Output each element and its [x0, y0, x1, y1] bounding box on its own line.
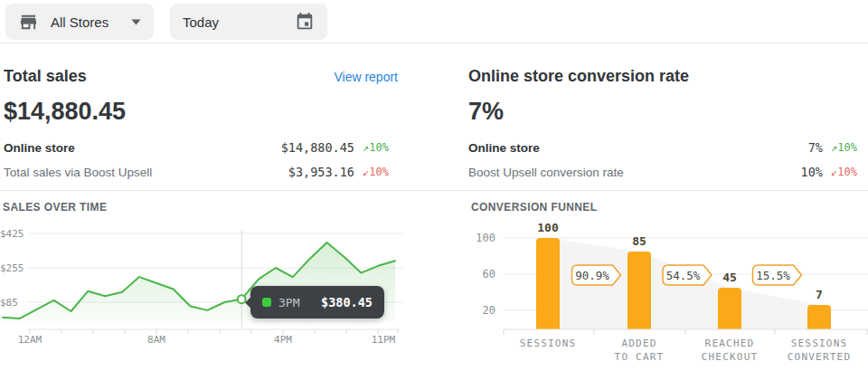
category-label: CONVERTED	[788, 351, 851, 363]
tooltip-time: 3PM	[278, 296, 299, 309]
funnel-bar[interactable]	[807, 305, 831, 329]
sales-line-chart[interactable]: $85$255$42512AM8AM4PM11PM 3PM $380.45	[0, 223, 402, 349]
category-label: TO CART	[615, 351, 665, 363]
funnel-bar[interactable]	[536, 238, 560, 329]
delta-value: 10%	[837, 166, 857, 178]
metric-delta-badge: ↗10%	[354, 141, 398, 154]
calendar-icon	[295, 12, 315, 32]
funnel-bar[interactable]	[627, 252, 651, 329]
view-report-link[interactable]: View report	[334, 70, 398, 84]
conversion-badge-label: 90.9%	[575, 269, 609, 282]
tooltip-series-swatch	[262, 298, 271, 307]
conversion-rate-value: 7%	[468, 96, 868, 127]
y-axis-label: $255	[0, 262, 24, 274]
delta-value: 10%	[837, 141, 857, 154]
y-axis-label: $85	[0, 297, 18, 309]
metric-row-online-store: Online store $14,880.45 ↗10%	[4, 138, 398, 157]
metric-delta-badge: ↙10%	[354, 166, 398, 178]
chart-tooltip: 3PM $380.45	[250, 286, 384, 319]
top-filter-bar: All Stores Today	[0, 0, 868, 43]
category-label: SESSIONS	[791, 338, 848, 349]
total-sales-title: Total sales	[4, 67, 87, 86]
category-label: ADDED	[621, 338, 656, 349]
tooltip-value: $380.45	[321, 295, 373, 309]
store-filter-label: All Stores	[51, 14, 108, 30]
conversion-badge-label: 15.5%	[756, 269, 790, 282]
metric-row-boost-rate: Boost Upsell conversion rate 10% ↙10%	[468, 162, 866, 182]
x-axis-label: 4PM	[274, 334, 292, 346]
bar-value-label: 85	[632, 234, 646, 248]
sales-over-time-heading: SALES OVER TIME	[3, 202, 418, 213]
date-filter-label: Today	[183, 14, 219, 30]
x-axis-label: 12AM	[18, 334, 42, 346]
conversion-funnel-chart[interactable]: 20601001008545790.9%54.5%15.5%SESSIONSAD…	[468, 223, 868, 367]
store-icon	[18, 12, 39, 33]
category-label: REACHED	[705, 338, 755, 349]
y-axis-label: 60	[483, 268, 495, 281]
total-sales-value: $14,880.45	[4, 96, 418, 127]
conversion-funnel-section: CONVERSION FUNNEL 20601001008545790.9%54…	[418, 191, 868, 367]
bar-value-label: 7	[816, 288, 823, 301]
metric-label: Online store	[4, 141, 75, 155]
category-label: SESSIONS	[520, 338, 577, 349]
bar-value-label: 45	[722, 271, 737, 284]
date-filter-button[interactable]: Today	[170, 4, 327, 40]
store-filter-button[interactable]: All Stores	[5, 4, 154, 40]
metric-row-boost-upsell: Total sales via Boost Upsell $3,953.16 ↙…	[4, 162, 398, 182]
metric-delta-badge: ↗10%	[823, 141, 866, 154]
y-axis-label: $425	[0, 228, 24, 240]
metric-label: Online store	[468, 141, 540, 155]
conversion-rate-title: Online store conversion rate	[468, 67, 689, 86]
sales-over-time-section: SALES OVER TIME $85$255$42512AM8AM4PM11P…	[0, 191, 418, 367]
x-axis-label: 11PM	[372, 334, 396, 346]
delta-value: 10%	[369, 141, 389, 154]
funnel-chart-canvas: 20601001008545790.9%54.5%15.5%SESSIONSAD…	[468, 223, 868, 367]
metric-row-online-store-rate: Online store 7% ↗10%	[468, 138, 866, 157]
y-axis-label: 100	[476, 232, 495, 244]
category-label: CHECKOUT	[702, 351, 759, 363]
metric-value: 10%	[801, 165, 823, 179]
bar-value-label: 100	[537, 223, 559, 234]
x-axis-label: 8AM	[147, 334, 165, 346]
metric-value: $14,880.45	[281, 140, 354, 155]
metric-value: $3,953.16	[288, 165, 354, 179]
metrics-row: Total sales View report $14,880.45 Onlin…	[0, 43, 868, 190]
conversion-badge-label: 54.5%	[666, 269, 701, 282]
chevron-down-icon	[131, 19, 141, 25]
metric-label: Boost Upsell conversion rate	[468, 166, 624, 179]
conversion-rate-panel: Online store conversion rate 7% Online s…	[418, 43, 868, 190]
metric-delta-badge: ↙10%	[823, 166, 866, 178]
conversion-funnel-heading: CONVERSION FUNNEL	[471, 202, 868, 213]
metric-value: 7%	[808, 140, 823, 155]
charts-row: SALES OVER TIME $85$255$42512AM8AM4PM11P…	[0, 191, 868, 367]
metric-label: Total sales via Boost Upsell	[4, 166, 152, 179]
y-axis-label: 20	[483, 304, 495, 317]
funnel-bar[interactable]	[718, 288, 741, 329]
total-sales-panel: Total sales View report $14,880.45 Onlin…	[0, 43, 418, 190]
delta-value: 10%	[369, 166, 389, 178]
